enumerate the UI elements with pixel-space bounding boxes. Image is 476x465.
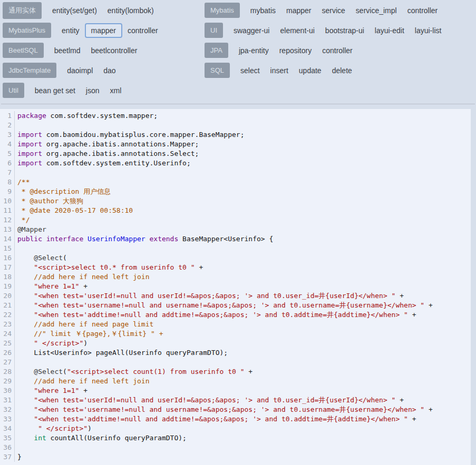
code-text: "<when test='username!=null and username… [15, 405, 433, 414]
line-number: 16 [0, 253, 15, 263]
code-text: @Mapper [15, 225, 46, 234]
code-text: //add here if need left join [15, 272, 149, 282]
template-item-layui-edit[interactable]: layui-edit [370, 23, 410, 38]
line-number: 4 [0, 140, 15, 149]
code-text: "<script>select t0.* from userinfo t0 " … [15, 263, 203, 272]
line-number: 27 [0, 358, 15, 367]
code-text: "<when test='userId!=null and userId!=&a… [15, 291, 404, 301]
template-item-mapper[interactable]: mapper [85, 23, 122, 38]
line-number: 11 [0, 206, 15, 215]
template-item-json[interactable]: json [81, 83, 105, 98]
code-line: 19 "where 1=1" + [0, 282, 471, 291]
template-item-entity-lombok[interactable]: entity(lombok) [102, 3, 159, 18]
code-line: 30 "where 1=1" + [0, 386, 471, 395]
code-line: 4import org.apache.ibatis.annotations.Ma… [0, 140, 471, 149]
line-number: 8 [0, 177, 15, 187]
code-line: 25 " </script>") [0, 339, 471, 348]
group-chip-mybatisplus[interactable]: MybatisPlus [3, 23, 51, 38]
template-item-repository[interactable]: repository [274, 43, 317, 58]
template-item-dao[interactable]: dao [98, 63, 121, 78]
template-item-insert[interactable]: insert [265, 63, 294, 78]
template-item-daoimpl[interactable]: daoimpl [62, 63, 98, 78]
template-item-bean-get-set[interactable]: bean get set [30, 83, 81, 98]
template-item-update[interactable]: update [294, 63, 327, 78]
code-text [15, 121, 17, 130]
group-chip-sql[interactable]: SQL [205, 63, 230, 78]
group-chip-util[interactable]: Util [3, 83, 24, 98]
line-number: 26 [0, 348, 15, 358]
line-number: 17 [0, 263, 15, 272]
group-chip-beetlsql[interactable]: BeetlSQL [3, 43, 44, 58]
template-item-xml[interactable]: xml [105, 83, 127, 98]
line-number: 31 [0, 395, 15, 405]
template-item-layui-list[interactable]: layui-list [410, 23, 447, 38]
code-text: * @date 2020-05-17 00:58:10 [15, 206, 133, 215]
code-line: 31 "<when test='userId!=null and userId!… [0, 395, 471, 405]
code-line: 7 [0, 168, 471, 177]
code-editor[interactable]: 1package com.softdev.system.mapper;23imp… [0, 109, 471, 465]
code-text: import org.apache.ibatis.annotations.Sel… [15, 149, 199, 159]
template-item-controller[interactable]: controller [317, 43, 358, 58]
line-number: 12 [0, 215, 15, 225]
template-item-element-ui[interactable]: element-ui [275, 23, 319, 38]
line-number: 13 [0, 225, 15, 234]
line-number: 5 [0, 149, 15, 159]
line-number: 21 [0, 301, 15, 310]
group-chip-mybatis[interactable]: Mybatis [205, 3, 240, 18]
line-number: 19 [0, 282, 15, 291]
line-number: 32 [0, 405, 15, 414]
code-text: "<when test='addtime!=null and addtime!=… [15, 414, 416, 424]
group-chip-ui[interactable]: UI [205, 23, 223, 38]
line-number: 28 [0, 367, 15, 377]
code-text: import com.baomidou.mybatisplus.core.map… [15, 130, 244, 140]
code-line: 6import com.softdev.system.entity.Userin… [0, 159, 471, 168]
panel-left-column: 通用实体entity(set/get)entity(lombok)Mybatis… [3, 3, 205, 103]
template-group: 通用实体entity(set/get)entity(lombok) [3, 3, 205, 18]
code-line: 16 @Select( [0, 253, 471, 263]
line-number: 3 [0, 130, 15, 140]
template-item-jpa-entity[interactable]: jpa-entity [234, 43, 274, 58]
code-line: 8/** [0, 177, 471, 187]
group-chip-jdbctemplate[interactable]: JdbcTemplate [3, 63, 56, 78]
code-line: 18 //add here if need left join [0, 272, 471, 282]
code-text: List<Userinfo> pageAll(Userinfo queryPar… [15, 348, 228, 358]
template-item-bootstrap-ui[interactable]: bootstrap-ui [320, 23, 370, 38]
template-item-swagger-ui[interactable]: swagger-ui [228, 23, 275, 38]
code-text: int countAll(Userinfo queryParamDTO); [15, 433, 187, 443]
template-item-controller[interactable]: controller [122, 23, 163, 38]
group-chip-group[interactable]: 通用实体 [3, 2, 42, 19]
code-line: 11 * @date 2020-05-17 00:58:10 [0, 206, 471, 215]
template-item-entity-set-get[interactable]: entity(set/get) [47, 3, 102, 18]
template-item-select[interactable]: select [235, 63, 265, 78]
template-item-beetlmd[interactable]: beetlmd [49, 43, 86, 58]
code-line: 14public interface UserinfoMapper extend… [0, 234, 471, 244]
template-group: BeetlSQLbeetlmdbeetlcontroller [3, 43, 205, 58]
code-text: "where 1=1" + [15, 282, 88, 291]
code-line: 10 * @author 大狼狗 [0, 196, 471, 206]
template-item-mapper[interactable]: mapper [281, 3, 316, 18]
code-line: 34 " </script>") [0, 424, 471, 433]
template-group: SQLselectinsertupdatedelete [205, 63, 476, 78]
code-line: 24 //" limit ￥{page},￥{limit} " + [0, 329, 471, 339]
template-item-controller[interactable]: controller [402, 3, 443, 18]
code-line: 20 "<when test='userId!=null and userId!… [0, 291, 471, 301]
code-line: 2 [0, 121, 471, 130]
code-text: import org.apache.ibatis.annotations.Map… [15, 140, 199, 149]
code-text: * @description 用户信息 [15, 187, 111, 196]
template-item-beetlcontroller[interactable]: beetlcontroller [85, 43, 142, 58]
code-line: 37} [0, 452, 471, 462]
template-item-service-impl[interactable]: service_impl [351, 3, 402, 18]
template-item-delete[interactable]: delete [327, 63, 357, 78]
line-number: 30 [0, 386, 15, 395]
template-item-service[interactable]: service [317, 3, 351, 18]
code-text: package com.softdev.system.mapper; [15, 111, 158, 121]
code-text: //add here if need left join [15, 377, 149, 386]
template-item-mybatis[interactable]: mybatis [245, 3, 281, 18]
code-line: 36 [0, 443, 471, 452]
code-text: public interface UserinfoMapper extends … [15, 234, 273, 244]
code-line: 35 int countAll(Userinfo queryParamDTO); [0, 433, 471, 443]
template-item-entity[interactable]: entity [56, 23, 84, 38]
code-text: */ [15, 215, 30, 225]
group-chip-jpa[interactable]: JPA [205, 43, 228, 58]
code-line: 27 [0, 358, 471, 367]
